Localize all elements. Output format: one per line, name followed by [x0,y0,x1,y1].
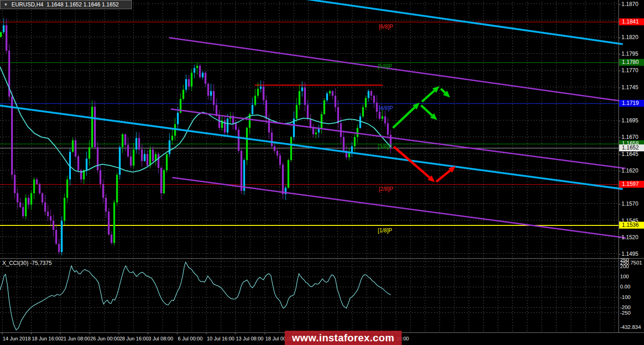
candle-body [169,140,170,154]
candle-body [33,179,35,193]
candle-body [359,116,361,128]
candle-body [337,107,339,123]
candle-body [274,146,275,151]
forecast-arrow-shaft[interactable] [393,107,415,128]
candle-body [246,128,248,160]
indicator-name-label: X_CCI(30) -75,7375 [2,260,52,266]
forecast-arrow-shaft[interactable] [441,89,445,93]
candle-body [127,145,129,156]
watermark-text: www.instaforex.com [292,332,394,344]
candle-body [268,119,270,132]
candle-body [213,91,215,105]
candle-body [75,140,76,156]
candle-body [260,86,262,89]
candle-body [149,150,151,166]
candle-body [88,147,90,159]
chart-canvas[interactable] [0,0,644,345]
candle-body [111,235,112,243]
candle-body [30,193,32,205]
candle-body [64,198,65,221]
candle-body [199,66,201,77]
candle-body [191,73,193,86]
candle-body [321,114,322,128]
candle-body [334,96,336,107]
candle-body [50,216,52,221]
candle-body [14,175,16,193]
candle-body [77,156,79,170]
candle-body [41,193,43,202]
candle-body [22,207,24,216]
candle-body [329,91,331,93]
candle-body [166,154,168,170]
mt4-chart-window: 1.18701.18451.18201.17951.17701.17451.16… [0,0,644,345]
forecast-arrow-shaft[interactable] [436,170,450,182]
candle-body [254,96,256,105]
candle-body [282,165,284,194]
candle-body [326,93,328,100]
candle-body [312,128,314,134]
trend-channel-line-violet[interactable] [169,38,626,102]
symbol-dropdown-icon[interactable]: ▼ [4,2,8,7]
symbol-ohlc-title: EURUSD,H4 1.1648 1.1652 1.1646 1.1652 [12,1,119,8]
candle-body [6,25,7,51]
candle-body [177,113,179,124]
candle-body [354,137,356,146]
candle-body [279,155,281,165]
candle-body [3,25,5,32]
candle-body [86,159,88,170]
candle-body [122,134,123,147]
candle-body [58,244,60,252]
candle-body [196,66,198,68]
candle-body [323,100,325,114]
candle-body [158,154,159,168]
candle-body [61,221,63,252]
trend-channel-line-violet[interactable] [172,178,626,238]
candle-body [135,138,137,150]
candle-body [296,105,298,119]
moving-average-line [0,67,391,172]
forecast-arrow-shaft[interactable] [421,105,432,115]
candle-body [373,96,375,103]
candle-body [332,91,334,96]
candle-body [47,212,49,216]
candle-body [387,123,389,135]
candle-body [119,147,121,175]
candle-body [130,156,132,166]
candle-body [141,150,143,161]
candle-body [368,91,369,98]
candle-body [188,79,190,86]
candle-body [0,32,2,37]
candle-body [240,151,242,191]
candle-body [348,153,350,157]
candle-body [381,116,383,119]
cci-line [0,262,391,330]
candle-body [97,147,99,170]
candle-body [28,198,29,205]
candle-body [113,202,115,243]
candle-body [133,150,135,166]
candle-body [340,123,342,137]
candle-body [205,73,206,84]
candle-body [384,116,386,123]
candle-body [235,123,237,130]
candle-body [44,202,46,212]
candle-body [182,90,184,99]
chart-title-bar[interactable]: ▼ EURUSD,H4 1.1648 1.1652 1.1646 1.1652 [0,0,132,9]
candle-body [91,107,93,147]
candle-body [370,91,372,96]
price-axis[interactable] [618,0,644,333]
forecast-arrow-shaft[interactable] [422,91,434,102]
candle-body [116,175,118,202]
candle-body [218,116,220,128]
candle-body [163,170,165,193]
candle-body [185,79,187,90]
candle-body [271,132,273,146]
candle-body [160,168,162,193]
candle-body [105,198,107,212]
candle-body [138,138,140,150]
candle-body [193,68,195,73]
candle-body [357,128,358,137]
candle-body [243,160,245,191]
candle-body [299,91,300,105]
trend-channel-line-cyan[interactable] [0,105,623,189]
